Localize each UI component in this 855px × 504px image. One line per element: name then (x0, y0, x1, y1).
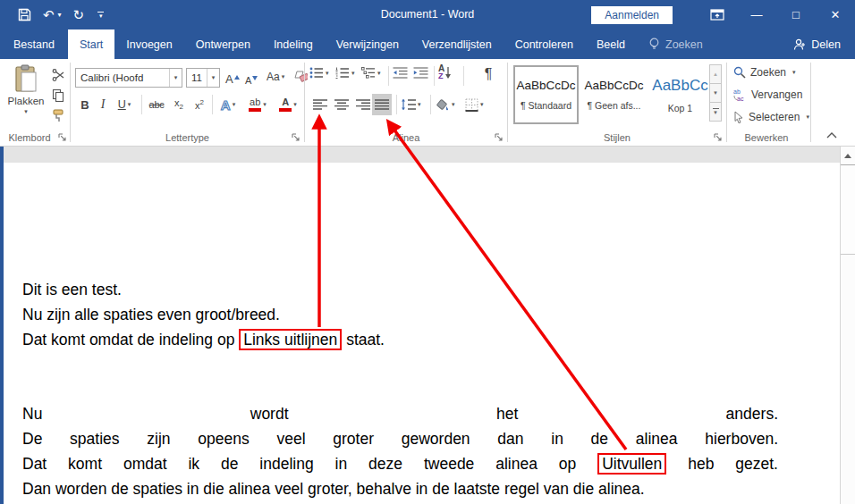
font-color-dropdown-icon[interactable]: ▾ (293, 101, 297, 108)
save-icon[interactable] (18, 8, 31, 21)
styles-scroll-up-icon[interactable]: ▲ (709, 64, 722, 84)
format-painter-button[interactable] (49, 108, 67, 123)
select-button[interactable]: Selecteren▾ (733, 111, 809, 123)
close-button[interactable]: ✕ (816, 0, 855, 29)
paste-button[interactable]: Plakken ▾ (5, 64, 47, 138)
document-text[interactable]: Dit is een test. Nu zijn alle spaties ev… (22, 277, 778, 501)
tab-indeling[interactable]: Indeling (262, 29, 325, 59)
undo-icon[interactable]: ↶ (43, 8, 55, 21)
strikethrough-button[interactable]: abc (145, 94, 168, 115)
tab-verwijzingen[interactable]: Verwijzingen (325, 29, 411, 59)
tell-me-search[interactable]: Zoeken (637, 29, 715, 59)
tab-controleren[interactable]: Controleren (504, 29, 585, 59)
redo-icon[interactable]: ↻ (73, 8, 85, 21)
paint-bucket-icon (435, 98, 450, 112)
maximize-button[interactable]: □ (776, 0, 816, 29)
font-dialog-launcher-icon[interactable] (292, 133, 301, 142)
grow-font-button[interactable]: A (225, 68, 239, 88)
shading-button[interactable]: ▾ (435, 94, 455, 115)
customize-qat-icon[interactable]: ▾ (97, 12, 104, 18)
find-dropdown-icon[interactable]: ▾ (792, 69, 796, 76)
underline-button[interactable]: U▾ (113, 94, 136, 115)
shrink-font-button[interactable]: A (245, 68, 257, 88)
clipboard-dialog-launcher-icon[interactable] (58, 133, 67, 142)
style-label: Kop 1 (668, 103, 692, 113)
group-font: Calibri (Hoofd ▾ 11 ▾ A A Aa▾ B I U▾ abc… (72, 59, 303, 146)
sign-in-button[interactable]: Aanmelden (591, 6, 673, 24)
tab-ontwerpen[interactable]: Ontwerpen (184, 29, 262, 59)
style-geen-afstand[interactable]: AaBbCcDc ¶ Geen afs... (581, 65, 647, 124)
ribbon-display-options-icon[interactable] (698, 0, 737, 29)
editing-group-label: Bewerken (723, 132, 810, 143)
tab-bestand[interactable]: Bestand (0, 29, 68, 59)
styles-scroll-down-icon[interactable]: ▼ (709, 83, 722, 103)
align-left-button[interactable] (310, 94, 330, 115)
copy-button[interactable] (49, 88, 67, 103)
subscript-button[interactable]: x2 (170, 94, 188, 115)
ribbon-tabs: Bestand Start Invoegen Ontwerpen Indelin… (0, 29, 855, 59)
numbering-button[interactable]: ▾ (335, 67, 355, 79)
highlight-color-button[interactable]: ab▾ (243, 94, 272, 115)
title-bar: ↶ ▾ ↻ ▾ Document1 - Word Aanmelden — □ ✕ (0, 0, 855, 29)
minimize-button[interactable]: — (737, 0, 776, 29)
align-center-button[interactable] (332, 94, 351, 115)
bullets-dropdown-icon[interactable]: ▾ (326, 70, 329, 77)
style-standaard[interactable]: AaBbCcDc ¶ Standaard (513, 65, 579, 124)
font-size-combobox[interactable]: 11 ▾ (186, 68, 220, 88)
paste-dropdown-icon[interactable]: ▾ (24, 108, 28, 115)
shrink-caret-icon (252, 76, 258, 80)
font-name-dropdown-icon[interactable]: ▾ (169, 69, 182, 87)
share-button[interactable]: Delen (779, 29, 855, 59)
decrease-indent-button[interactable] (393, 67, 408, 79)
styles-more-icon[interactable]: ▼ (709, 102, 722, 122)
underline-dropdown-icon[interactable]: ▾ (128, 101, 131, 108)
line-spacing-dropdown-icon[interactable]: ▾ (418, 101, 421, 108)
line-spacing-button[interactable]: ▾ (401, 94, 421, 115)
select-dropdown-icon[interactable]: ▾ (806, 113, 809, 121)
styles-dialog-launcher-icon[interactable] (714, 133, 723, 142)
find-label: Zoeken (750, 66, 786, 79)
borders-dropdown-icon[interactable]: ▾ (480, 101, 484, 108)
search-tab-label: Zoeken (665, 38, 703, 51)
tab-beeld[interactable]: Beeld (585, 29, 637, 59)
show-formatting-marks-button[interactable]: ¶ (478, 64, 498, 84)
vertical-scrollbar[interactable] (840, 147, 855, 504)
undo-dropdown-icon[interactable]: ▾ (58, 11, 62, 19)
text-effects-dropdown-icon[interactable]: ▾ (233, 101, 236, 108)
font-name-combobox[interactable]: Calibri (Hoofd ▾ (75, 68, 182, 88)
change-case-button[interactable]: Aa▾ (267, 68, 284, 88)
paragraph-dialog-launcher-icon[interactable] (495, 133, 504, 142)
align-right-button[interactable] (353, 94, 373, 115)
font-color-button[interactable]: A▾ (275, 94, 301, 115)
find-button[interactable]: Zoeken▾ (733, 66, 796, 79)
style-preview: AaBbCcDc (516, 79, 575, 92)
tab-verzendlijsten[interactable]: Verzendlijsten (411, 29, 504, 59)
tab-start[interactable]: Start (68, 29, 114, 59)
multilevel-list-button[interactable]: ▾ (361, 67, 381, 79)
highlight-dropdown-icon[interactable]: ▾ (263, 101, 267, 108)
numbered-list-icon (335, 67, 350, 79)
superscript-button[interactable]: x2 (190, 94, 208, 115)
scrollbar-up-icon[interactable] (841, 147, 855, 165)
tab-invoegen[interactable]: Invoegen (114, 29, 183, 59)
svg-text:ac: ac (737, 96, 744, 102)
font-size-dropdown-icon[interactable]: ▾ (207, 69, 219, 87)
cut-button[interactable] (49, 67, 67, 82)
justify-button[interactable] (372, 94, 392, 115)
bold-button[interactable]: B (77, 94, 93, 115)
multilevel-dropdown-icon[interactable]: ▾ (377, 70, 381, 77)
borders-button[interactable]: ▾ (465, 94, 484, 115)
sort-button[interactable]: AZ (438, 65, 452, 80)
bullets-button[interactable]: ▾ (309, 67, 329, 79)
text-effects-button[interactable]: A▾ (216, 94, 241, 115)
replace-icon: abac (733, 88, 747, 101)
replace-button[interactable]: abac Vervangen (733, 88, 802, 101)
italic-button[interactable]: I (97, 94, 109, 115)
scrollbar-thumb[interactable] (841, 165, 855, 255)
style-kop1[interactable]: AaBbCc Kop 1 (648, 65, 713, 124)
shading-dropdown-icon[interactable]: ▾ (452, 101, 455, 108)
collapse-ribbon-icon[interactable] (826, 132, 837, 139)
increase-indent-button[interactable] (413, 67, 428, 79)
clipboard-group-label: Klembord (0, 132, 59, 143)
numbering-dropdown-icon[interactable]: ▾ (351, 70, 355, 77)
